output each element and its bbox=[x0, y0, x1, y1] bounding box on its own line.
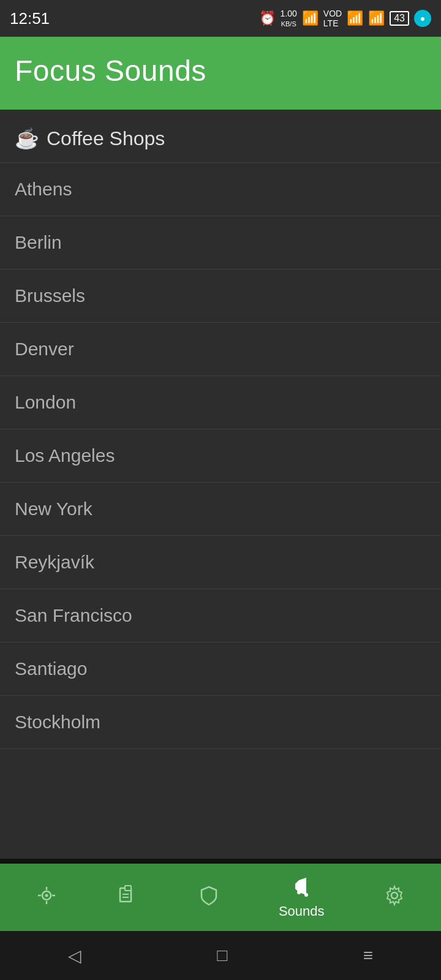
status-icons: ⏰ 1.00KB/S 📶 VODLTE 📶 📶 43 ● bbox=[259, 9, 431, 28]
system-nav-bar: ◁ □ ≡ bbox=[0, 931, 441, 980]
nav-item-focus[interactable] bbox=[26, 880, 67, 915]
list-item[interactable]: Stockholm bbox=[0, 696, 441, 749]
speed-indicator: 1.00KB/S bbox=[281, 9, 297, 28]
svg-rect-7 bbox=[125, 886, 131, 891]
status-time: 12:51 bbox=[10, 9, 50, 28]
list-item[interactable]: Athens bbox=[0, 163, 441, 216]
section-header: ☕ Coffee Shops bbox=[0, 110, 441, 163]
shield-icon bbox=[198, 884, 220, 910]
list-item[interactable]: Reykjavík bbox=[0, 536, 441, 589]
tasks-icon bbox=[116, 884, 138, 910]
list-item-label: Los Angeles bbox=[15, 445, 115, 466]
notification-dot: ● bbox=[414, 10, 431, 27]
list-item-label: Berlin bbox=[15, 232, 62, 252]
list-item[interactable]: Santiago bbox=[0, 643, 441, 696]
sounds-icon bbox=[290, 875, 312, 901]
section-title: Coffee Shops bbox=[47, 127, 165, 150]
list-item[interactable]: London bbox=[0, 376, 441, 429]
signal-icon-1: 📶 bbox=[347, 10, 363, 26]
list-item[interactable]: Denver bbox=[0, 323, 441, 376]
list-item-label: New York bbox=[15, 499, 92, 519]
recents-button[interactable]: ≡ bbox=[363, 946, 373, 965]
wifi-icon: 📶 bbox=[302, 10, 318, 26]
list-item-label: Santiago bbox=[15, 658, 87, 679]
list-item-label: Stockholm bbox=[15, 712, 100, 732]
svg-point-10 bbox=[304, 893, 308, 897]
coffee-icon: ☕ bbox=[15, 127, 39, 150]
home-button[interactable]: □ bbox=[217, 946, 227, 965]
signal-icon-2: 📶 bbox=[368, 10, 385, 26]
svg-point-5 bbox=[45, 894, 48, 897]
settings-icon bbox=[383, 884, 405, 910]
list-item-label: Brussels bbox=[15, 285, 85, 306]
separator-bar bbox=[0, 859, 441, 864]
app-header: Focus Sounds bbox=[0, 37, 441, 110]
alarm-icon: ⏰ bbox=[259, 10, 276, 26]
list-item[interactable]: Berlin bbox=[0, 216, 441, 270]
bottom-nav: Sounds bbox=[0, 864, 441, 931]
nav-item-sounds[interactable]: Sounds bbox=[269, 870, 334, 924]
status-bar: 12:51 ⏰ 1.00KB/S 📶 VODLTE 📶 📶 43 ● bbox=[0, 0, 441, 37]
list-item[interactable]: Los Angeles bbox=[0, 429, 441, 483]
nav-item-shield[interactable] bbox=[188, 880, 230, 915]
content-list: ☕ Coffee Shops Athens Berlin Brussels De… bbox=[0, 110, 441, 749]
list-item[interactable]: Brussels bbox=[0, 270, 441, 323]
list-item-label: Athens bbox=[15, 179, 72, 199]
battery-indicator: 43 bbox=[390, 11, 409, 26]
list-item-label: Denver bbox=[15, 339, 74, 359]
svg-point-12 bbox=[391, 892, 398, 899]
back-button[interactable]: ◁ bbox=[68, 946, 81, 966]
nav-item-tasks[interactable] bbox=[107, 880, 148, 915]
nav-item-settings[interactable] bbox=[374, 880, 415, 915]
list-item[interactable]: New York bbox=[0, 483, 441, 536]
list-item-label: San Francisco bbox=[15, 605, 132, 625]
list-item-label: Reykjavík bbox=[15, 552, 94, 572]
lte-icon: VODLTE bbox=[323, 9, 342, 28]
focus-icon bbox=[36, 884, 58, 910]
sounds-nav-label: Sounds bbox=[279, 903, 325, 919]
page-title: Focus Sounds bbox=[15, 55, 206, 87]
svg-point-11 bbox=[297, 891, 301, 894]
list-item-label: London bbox=[15, 392, 76, 412]
list-item[interactable]: San Francisco bbox=[0, 589, 441, 643]
